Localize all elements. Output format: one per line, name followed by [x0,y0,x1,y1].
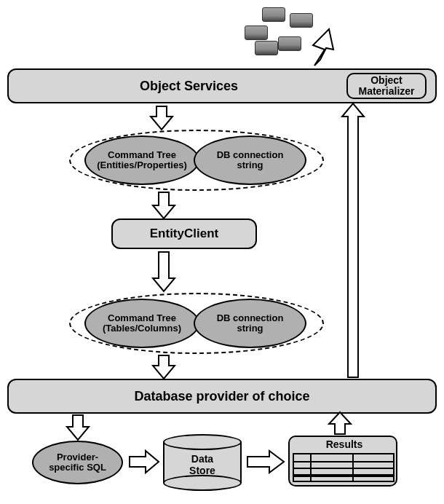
database-provider-label: Database provider of choice [134,389,309,404]
data-object-icon [255,41,278,55]
entity-client-label: EntityClient [150,227,218,241]
svg-marker-9 [313,29,333,66]
svg-marker-7 [329,412,351,434]
svg-marker-2 [153,252,175,291]
command-tree-entities-label: Command Tree (Entities/Properties) [97,150,187,171]
data-object-icon [278,36,301,51]
data-object-icon [290,13,313,28]
data-object-icon [262,7,285,22]
arrow-down-icon [151,106,173,130]
arrow-up-long-icon [342,103,364,377]
svg-marker-1 [153,192,175,218]
db-connection-string-1-label: DB connection string [217,150,284,171]
data-object-icon [245,25,268,40]
diagram-canvas: Object Services Object Materializer Comm… [0,0,444,504]
arrow-down-icon [153,355,175,379]
svg-marker-4 [67,415,89,440]
svg-marker-8 [342,103,364,377]
database-provider-box: Database provider of choice [7,379,437,414]
results-box: Results [288,436,397,487]
object-services-label: Object Services [140,79,238,94]
provider-sql-oval: Provider- specific SQL [32,441,123,484]
svg-marker-0 [151,106,173,130]
object-materializer-box: Object Materializer [346,73,427,99]
db-connection-string-oval-1: DB connection string [194,135,306,185]
object-materializer-label: Object Materializer [358,75,414,96]
arrow-up-icon [329,412,351,434]
svg-marker-6 [247,451,284,473]
data-store-label: Data Store [189,453,215,476]
command-tree-tables-label: Command Tree (Tables/Columns) [103,313,181,334]
svg-marker-5 [130,451,159,473]
entity-client-box: EntityClient [111,218,257,249]
data-store-cylinder: Data Store [163,434,242,491]
arrow-down-icon [153,192,175,218]
results-grid-icon [293,453,395,482]
db-connection-string-oval-2: DB connection string [194,299,306,348]
command-tree-tables-oval: Command Tree (Tables/Columns) [84,299,199,348]
arrow-down-icon [153,252,175,291]
db-connection-string-2-label: DB connection string [217,313,284,334]
results-label: Results [326,438,363,450]
arrow-up-icon [313,29,333,66]
svg-marker-3 [153,355,175,379]
arrow-down-icon [67,415,89,440]
arrow-right-icon [130,451,159,473]
arrow-right-icon [247,451,284,473]
provider-sql-label: Provider- specific SQL [49,452,106,473]
command-tree-entities-oval: Command Tree (Entities/Properties) [84,135,199,185]
object-services-box: Object Services Object Materializer [7,68,437,103]
